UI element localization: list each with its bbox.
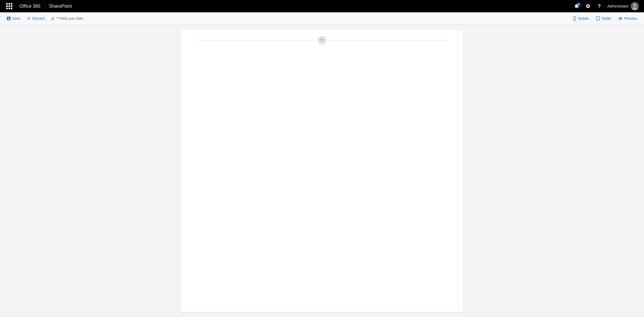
gear-icon — [585, 4, 591, 9]
divider-line-left — [196, 40, 318, 40]
discard-icon — [27, 16, 31, 21]
warning-icon — [51, 16, 55, 21]
preview-icon — [618, 16, 622, 21]
svg-point-1 — [633, 4, 636, 7]
svg-point-6 — [598, 19, 598, 20]
help-button[interactable]: ? — [594, 1, 604, 11]
web-part-warning: ***Web part data — [48, 15, 86, 22]
settings-button[interactable] — [583, 1, 593, 11]
save-button[interactable]: Save — [4, 15, 23, 22]
help-icon: ? — [598, 3, 601, 9]
mobile-view-button[interactable]: Mobile — [570, 15, 592, 22]
sharepoint-title[interactable]: SharePoint — [45, 4, 76, 9]
tablet-icon — [596, 16, 600, 21]
save-icon — [7, 16, 11, 21]
discard-button[interactable]: Discard — [24, 15, 47, 22]
page-canvas: + — [181, 30, 463, 312]
user-name-label: Administrator — [608, 4, 629, 8]
waffle-menu-button[interactable] — [3, 0, 15, 12]
svg-point-4 — [574, 19, 575, 20]
mobile-icon — [573, 16, 577, 21]
preview-button[interactable]: Preview — [615, 15, 640, 22]
user-menu-button[interactable]: Administrator — [605, 0, 641, 12]
notification-badge: 1 — [577, 3, 581, 6]
edit-toolbar: Save Discard ***Web part data Mobile — [0, 12, 644, 25]
waffle-icon — [6, 3, 12, 9]
svg-point-7 — [620, 18, 621, 19]
add-section-divider: + — [196, 36, 448, 44]
notification-button[interactable]: 1 — [572, 1, 582, 11]
office365-title[interactable]: Office 365 — [15, 0, 45, 12]
tablet-view-button[interactable]: Tablet — [593, 15, 614, 22]
divider-line-right — [326, 40, 448, 40]
add-section-button[interactable]: + — [318, 36, 326, 44]
toolbar-view-options: Mobile Tablet Preview — [570, 15, 640, 22]
avatar — [631, 2, 639, 10]
top-nav-bar: Office 365 SharePoint 1 ? Administrator — [0, 0, 644, 12]
main-content-area: + — [0, 25, 644, 317]
nav-right-section: 1 ? Administrator — [572, 0, 641, 12]
